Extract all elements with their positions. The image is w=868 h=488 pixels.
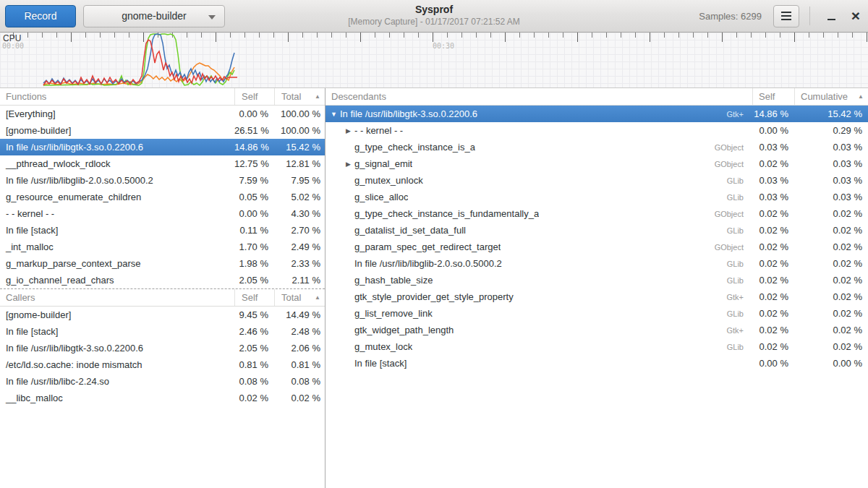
table-row[interactable]: g_markup_parse_context_parse1.98 %2.33 % <box>0 255 325 272</box>
cell-cumulative-percent: 0.02 % <box>794 208 868 219</box>
cell-total-percent: 2.70 % <box>274 225 325 236</box>
table-row[interactable]: In file /usr/lib/libglib-2.0.so.0.5000.2… <box>0 172 325 189</box>
library-badge: GLib <box>727 343 752 351</box>
table-row[interactable]: [gnome-builder]9.45 %14.49 % <box>0 307 325 323</box>
table-row[interactable]: [Everything]0.00 %100.00 % <box>0 106 325 122</box>
cell-function-name: In file /usr/lib/libc-2.24.so <box>0 376 234 387</box>
tree-row[interactable]: g_type_check_instance_is_fundamentally_a… <box>326 205 868 222</box>
table-row[interactable]: /etc/ld.so.cache: inode mismatch0.81 %0.… <box>0 356 325 373</box>
cell-function-name: [Everything] <box>0 108 234 119</box>
tree-row[interactable]: In file [stack]0.00 %0.00 % <box>326 355 868 372</box>
table-row[interactable]: In file [stack]2.46 %2.48 % <box>0 323 325 340</box>
cell-self-percent: 2.05 % <box>234 275 274 286</box>
left-pane: Functions Self Total ▲ [Everything]0.00 … <box>0 88 326 488</box>
table-row[interactable]: In file /usr/lib/libgtk-3.so.0.2200.614.… <box>0 139 325 155</box>
cpu-line-red <box>43 40 237 85</box>
cell-self-percent: 12.75 % <box>234 158 274 169</box>
cell-function-name: In file /usr/lib/libgtk-3.so.0.2200.6 <box>340 108 477 119</box>
sort-ascending-icon: ▲ <box>858 93 868 100</box>
callers-column-header[interactable]: Callers <box>0 289 234 306</box>
tree-row[interactable]: g_param_spec_get_redirect_targetGObject0… <box>326 239 868 255</box>
cell-total-percent: 100.00 % <box>274 125 325 136</box>
expander-icon[interactable]: ▶ <box>344 127 353 134</box>
tree-row[interactable]: g_type_check_instance_is_aGObject0.03 %0… <box>326 139 868 155</box>
cpu-usage-lines <box>0 33 868 88</box>
cell-function-name: g_datalist_id_set_data_full <box>354 225 466 236</box>
time-label-mid: 00:30 <box>433 42 454 50</box>
tree-row[interactable]: g_list_remove_linkGLib0.02 %0.02 % <box>326 305 868 322</box>
cell-function-name: [gnome-builder] <box>0 125 234 136</box>
total-column-header[interactable]: Total ▲ <box>274 289 325 306</box>
cell-self-percent: 2.46 % <box>234 326 274 337</box>
expander-icon[interactable]: ▼ <box>329 111 339 118</box>
table-row[interactable]: __libc_malloc0.02 %0.02 % <box>0 390 325 406</box>
table-row[interactable]: g_resource_enumerate_children0.05 %5.02 … <box>0 189 325 205</box>
close-button[interactable]: × <box>843 4 868 28</box>
cell-function-name: In file /usr/lib/libglib-2.0.so.0.5000.2 <box>354 258 502 269</box>
table-row[interactable]: __pthread_rwlock_rdlock12.75 %12.81 % <box>0 155 325 172</box>
library-badge: GObject <box>715 243 752 252</box>
cell-function-name: g_param_spec_get_redirect_target <box>354 241 501 252</box>
header-separator <box>809 7 810 25</box>
descendants-column-header[interactable]: Descendants <box>326 88 752 105</box>
cell-function-name: g_signal_emit <box>354 158 412 169</box>
right-pane: Descendants Self Cumulative ▲ ▼In file /… <box>326 88 868 488</box>
cell-total-percent: 7.95 % <box>274 175 325 186</box>
cell-cumulative-percent: 0.02 % <box>794 291 868 302</box>
cell-self-percent: 0.00 % <box>752 358 794 369</box>
cpu-graph[interactable]: CPU 00:00 00:30 <box>0 33 868 88</box>
table-row[interactable]: In file [stack]0.11 %2.70 % <box>0 222 325 239</box>
tree-row[interactable]: ▶g_signal_emitGObject0.02 %0.03 % <box>326 155 868 172</box>
expander-icon[interactable]: ▶ <box>344 160 353 168</box>
tree-row[interactable]: g_datalist_id_set_data_fullGLib0.02 %0.0… <box>326 222 868 239</box>
cell-self-percent: 0.02 % <box>752 208 794 219</box>
cell-self-percent: 0.02 % <box>752 158 794 169</box>
tree-row[interactable]: g_hash_table_sizeGLib0.02 %0.02 % <box>326 272 868 288</box>
tree-row[interactable]: ▼In file /usr/lib/libgtk-3.so.0.2200.6Gt… <box>326 106 868 122</box>
library-badge: GObject <box>715 160 752 168</box>
cumulative-column-header[interactable]: Cumulative ▲ <box>794 88 868 105</box>
tree-row[interactable]: g_slice_allocGLib0.03 %0.03 % <box>326 189 868 205</box>
self-column-header[interactable]: Self <box>234 289 274 306</box>
table-row[interactable]: In file /usr/lib/libc-2.24.so0.08 %0.08 … <box>0 373 325 390</box>
self-column-header[interactable]: Self <box>234 88 274 105</box>
tree-row[interactable]: g_mutex_unlockGLib0.03 %0.03 % <box>326 172 868 189</box>
cell-cumulative-percent: 0.02 % <box>794 275 868 286</box>
table-row[interactable]: _int_malloc1.70 %2.49 % <box>0 239 325 255</box>
cell-self-percent: 0.11 % <box>234 225 274 236</box>
cell-self-percent: 0.08 % <box>234 376 274 387</box>
tree-row[interactable]: g_mutex_lockGLib0.02 %0.02 % <box>326 338 868 355</box>
cell-cumulative-percent: 0.03 % <box>794 142 868 153</box>
main-content: Functions Self Total ▲ [Everything]0.00 … <box>0 88 868 488</box>
minimize-button[interactable] <box>819 4 843 28</box>
cell-self-percent: 0.02 % <box>752 291 794 302</box>
cell-self-percent: 0.00 % <box>752 125 794 136</box>
cell-self-percent: 1.70 % <box>234 241 274 252</box>
cell-function-name: gtk_style_provider_get_style_property <box>354 291 514 302</box>
tree-row[interactable]: gtk_widget_path_lengthGtk+0.02 %0.02 % <box>326 322 868 338</box>
table-row[interactable]: - - kernel - -0.00 %4.30 % <box>0 205 325 222</box>
cell-function-name: g_resource_enumerate_children <box>0 192 234 202</box>
self-column-header[interactable]: Self <box>752 88 794 105</box>
record-button[interactable]: Record <box>5 5 76 27</box>
cell-cumulative-percent: 0.03 % <box>794 192 868 202</box>
tree-row[interactable]: gtk_style_provider_get_style_propertyGtk… <box>326 288 868 305</box>
cell-self-percent: 0.03 % <box>752 175 794 186</box>
cell-cumulative-percent: 0.29 % <box>794 125 868 136</box>
cell-self-percent: 0.02 % <box>752 258 794 269</box>
cell-cumulative-percent: 0.02 % <box>794 308 868 319</box>
table-row[interactable]: [gnome-builder]26.51 %100.00 % <box>0 122 325 139</box>
functions-column-header[interactable]: Functions <box>0 88 234 105</box>
total-column-header[interactable]: Total ▲ <box>274 88 325 105</box>
tree-row[interactable]: ▶- - kernel - -0.00 %0.29 % <box>326 122 868 139</box>
cell-cumulative-percent: 15.42 % <box>794 108 868 119</box>
tree-row[interactable]: In file /usr/lib/libglib-2.0.so.0.5000.2… <box>326 255 868 272</box>
descendants-table: ▼In file /usr/lib/libgtk-3.so.0.2200.6Gt… <box>326 106 868 372</box>
table-row[interactable]: In file /usr/lib/libgtk-3.so.0.2200.62.0… <box>0 340 325 356</box>
cell-cumulative-percent: 0.02 % <box>794 341 868 352</box>
cell-cumulative-percent: 0.02 % <box>794 325 868 335</box>
cell-function-name: In file [stack] <box>0 225 234 236</box>
table-row[interactable]: g_io_channel_read_chars2.05 %2.11 % <box>0 272 325 288</box>
menu-button[interactable] <box>773 5 799 27</box>
process-selector-dropdown[interactable]: gnome-builder <box>83 5 225 27</box>
